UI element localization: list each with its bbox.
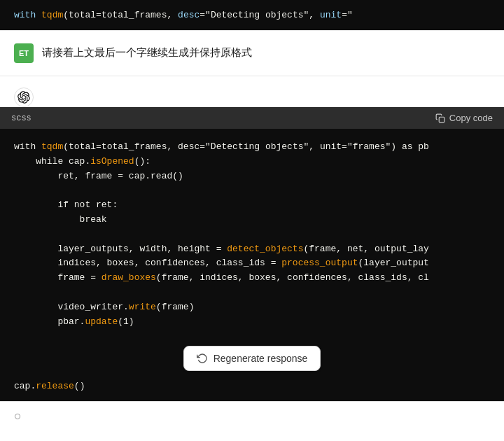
code-body: with tqdm(total=total_frames, desc="Dete… — [0, 129, 504, 340]
code-container: scss Copy code with tqdm(total=total_fra… — [0, 107, 504, 401]
code-lang-label: scss — [11, 113, 31, 123]
top-code-block: with tqdm(total=total_frames, desc="Dete… — [0, 0, 504, 30]
copy-code-button[interactable]: Copy code — [435, 113, 493, 123]
regenerate-button[interactable]: Regenerate response — [183, 346, 321, 371]
regenerate-label: Regenerate response — [214, 353, 308, 364]
svg-rect-0 — [439, 117, 444, 122]
user-avatar: ET — [14, 43, 34, 63]
regenerate-icon — [197, 353, 208, 364]
copy-label: Copy code — [449, 113, 493, 123]
assistant-avatar — [14, 88, 34, 107]
code-text: with tqdm(total=total_frames, desc="Dete… — [14, 140, 490, 329]
code-header: scss Copy code — [0, 107, 504, 129]
assistant-response: scss Copy code with tqdm(total=total_fra… — [0, 76, 504, 401]
user-message-row: ET 请接着上文最后一个字继续生成并保持原格式 — [0, 31, 504, 76]
assistant-row — [0, 76, 504, 107]
cap-release-block: cap.release() — [0, 381, 504, 401]
bottom-circle-icon: ○ — [14, 409, 22, 424]
regenerate-bar: Regenerate response — [0, 340, 504, 381]
copy-icon — [435, 113, 445, 123]
top-code-text: with tqdm(total=total_frames, desc="Dete… — [14, 10, 490, 20]
chatgpt-icon — [18, 91, 30, 104]
bottom-bar: ○ — [0, 401, 504, 430]
user-message-text: 请接着上文最后一个字继续生成并保持原格式 — [42, 43, 252, 59]
bottom-input-area: ○ — [14, 409, 490, 424]
cap-release-text: cap.release() — [14, 381, 490, 391]
regen-overlay: Regenerate response — [0, 340, 504, 381]
